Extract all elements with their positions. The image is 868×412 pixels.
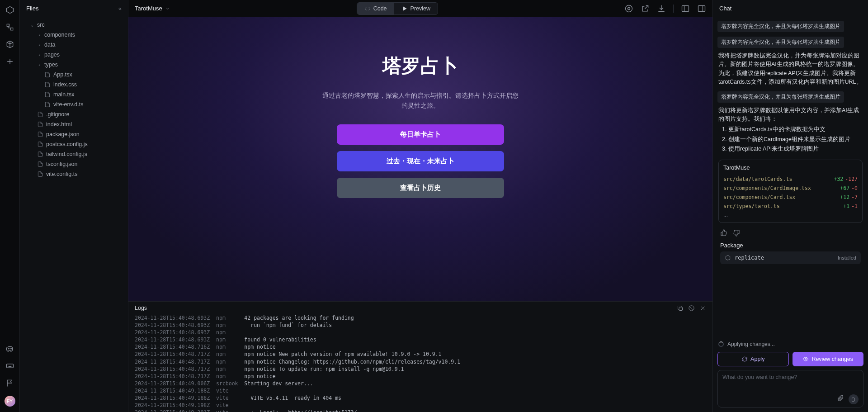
collapse-files-icon[interactable]: « [118, 5, 122, 12]
project-name: TarotMuse [135, 5, 162, 12]
logs-body[interactable]: 2024-11-28T15:40:48.693Z npm 42 packages… [128, 314, 712, 412]
file-label: App.tsx [53, 71, 72, 78]
diff-path: src/components/CardImage.tsx [723, 185, 811, 191]
file-item[interactable]: index.css [20, 80, 128, 90]
file-label: tsconfig.json [46, 161, 77, 167]
tab-preview-label: Preview [410, 5, 430, 12]
log-line: 2024-11-28T15:40:48.693Z npm found 0 vul… [135, 336, 706, 343]
thumbs-down-icon[interactable] [733, 229, 740, 237]
diff-del: -0 [851, 185, 858, 191]
chat-input-wrap [717, 370, 863, 407]
svg-marker-0 [6, 7, 13, 14]
panel-right-icon[interactable] [697, 4, 706, 13]
apply-button[interactable]: Apply [717, 352, 789, 366]
diff-file-row[interactable]: src/data/tarotCards.ts+32-127 [723, 175, 858, 184]
diff-file-row[interactable]: src/types/tarot.ts+1-1 [723, 202, 858, 211]
download-icon[interactable] [657, 4, 666, 13]
chevron-right-icon: › [37, 43, 42, 47]
diff-project: TarotMuse [723, 165, 858, 171]
log-line: 2024-11-28T15:40:48.717Z npm npm notice … [135, 365, 706, 373]
file-label: index.css [53, 81, 77, 88]
topbar: TarotMuse Code Preview [128, 0, 712, 17]
diff-file-row[interactable]: src/components/CardImage.tsx+67-0 [723, 184, 858, 193]
file-label: index.html [46, 121, 72, 128]
file-item[interactable]: tsconfig.json [20, 159, 128, 169]
discord-icon[interactable] [5, 344, 14, 353]
flag-icon[interactable] [5, 379, 14, 388]
svg-rect-5 [6, 364, 13, 368]
file-item[interactable]: .gitignore [20, 109, 128, 119]
file-item[interactable]: postcss.config.js [20, 139, 128, 149]
file-icon [37, 141, 43, 147]
file-item[interactable]: package.json [20, 129, 128, 139]
file-label: vite-env.d.ts [53, 101, 83, 108]
play-icon [401, 5, 408, 12]
log-line: 2024-11-28T15:40:48.717Z npm npm notice [135, 373, 706, 380]
file-icon [44, 71, 51, 78]
close-icon[interactable] [699, 305, 706, 312]
chevron-right-icon: › [37, 33, 42, 38]
reading-history-button[interactable]: 查看占卜历史 [337, 178, 504, 198]
file-icon [44, 101, 51, 108]
svg-point-13 [805, 358, 807, 360]
info-icon[interactable] [624, 4, 633, 13]
tree-icon[interactable] [5, 23, 14, 32]
folder-item[interactable]: ›types [20, 60, 128, 70]
project-selector[interactable]: TarotMuse [135, 5, 170, 12]
daily-reading-button[interactable]: 每日单卡占卜 [337, 124, 504, 145]
file-label: vite.config.ts [46, 171, 77, 177]
clear-icon[interactable] [688, 305, 695, 312]
file-icon [37, 121, 43, 128]
chat-input[interactable] [722, 374, 859, 391]
file-item[interactable]: tailwind.config.js [20, 149, 128, 159]
folder-item[interactable]: ›components [20, 30, 128, 40]
file-icon [44, 91, 51, 98]
code-preview-toggle: Code Preview [357, 2, 438, 15]
tarot-subtitle: 通过古老的塔罗智慧，探索人生的启示与指引。请选择占卜方式开启您的灵性之旅。 [321, 90, 520, 111]
file-item[interactable]: index.html [20, 119, 128, 129]
chevron-right-icon: › [37, 62, 42, 67]
file-label: tailwind.config.js [46, 151, 87, 157]
file-item[interactable]: vite-env.d.ts [20, 99, 128, 109]
keyboard-icon[interactable] [5, 361, 14, 370]
log-line: 2024-11-28T15:40:49.201Z vite ➜ Local: h… [135, 409, 706, 412]
external-link-icon[interactable] [641, 4, 650, 13]
file-icon [37, 161, 43, 167]
file-label: package.json [46, 131, 80, 137]
home-icon[interactable] [5, 5, 14, 14]
panel-left-icon[interactable] [681, 4, 690, 13]
review-changes-button[interactable]: Review changes [793, 352, 864, 366]
cube-icon[interactable] [5, 40, 14, 49]
past-present-future-button[interactable]: 过去・现在・未来占卜 [337, 151, 504, 171]
chevron-right-icon: › [37, 52, 42, 57]
diff-add: +12 [840, 194, 849, 200]
log-line: 2024-11-28T15:40:48.716Z npm npm notice [135, 343, 706, 350]
chat-list-item: 更新tarotCards.ts中的卡牌数据为中文 [728, 125, 863, 134]
folder-item[interactable]: ⌄src [20, 20, 128, 30]
file-item[interactable]: App.tsx [20, 70, 128, 80]
log-line: 2024-11-28T15:40:48.693Z npm run `npm fu… [135, 322, 706, 329]
file-item[interactable]: main.tsx [20, 90, 128, 99]
log-line: 2024-11-28T15:40:49.188Z vite VITE v5.4.… [135, 394, 706, 402]
copy-icon[interactable] [677, 305, 684, 312]
log-line: 2024-11-28T15:40:48.717Z npm npm notice … [135, 350, 706, 358]
avatar[interactable]: FY [5, 396, 15, 407]
folder-item[interactable]: ›pages [20, 50, 128, 60]
chat-panel: Chat 塔罗牌内容完全汉化，并且为每张塔罗牌生成图片 塔罗牌内容完全汉化，并且… [712, 0, 868, 412]
chat-response-intro: 我们将更新塔罗牌数据以使用中文内容，并添加AI生成的图片支持。我们将： [718, 106, 863, 124]
diff-path: src/data/tarotCards.ts [723, 176, 792, 182]
folder-item[interactable]: ›data [20, 40, 128, 50]
tab-preview[interactable]: Preview [394, 3, 438, 14]
preview-pane: 塔罗占卜 通过古老的塔罗智慧，探索人生的启示与指引。请选择占卜方式开启您的灵性之… [128, 17, 712, 301]
file-label: src [37, 22, 45, 28]
svg-point-3 [8, 348, 9, 349]
file-item[interactable]: vite.config.ts [20, 169, 128, 179]
thumbs-up-icon[interactable] [720, 229, 727, 237]
tab-code[interactable]: Code [357, 3, 394, 14]
attach-icon[interactable] [837, 394, 844, 402]
diff-more: ... [723, 211, 858, 218]
plus-icon[interactable] [5, 57, 14, 66]
diff-file-row[interactable]: src/components/Card.tsx+12-7 [723, 193, 858, 202]
chat-body[interactable]: 塔罗牌内容完全汉化，并且为每张塔罗牌生成图片 塔罗牌内容完全汉化，并且为每张塔罗… [713, 17, 868, 336]
send-button[interactable] [849, 394, 859, 404]
